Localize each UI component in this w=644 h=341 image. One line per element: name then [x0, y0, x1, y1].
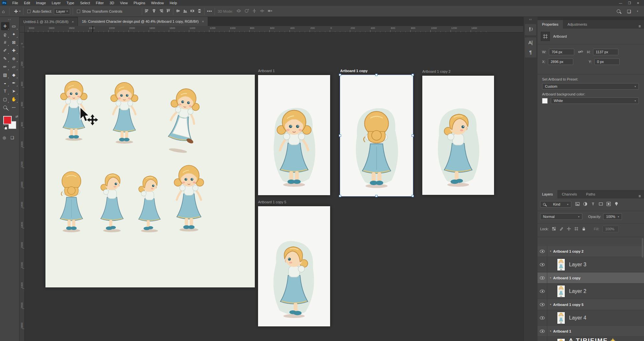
layer-thumbnail[interactable] — [557, 338, 565, 341]
layer-thumbnail[interactable] — [557, 285, 565, 297]
drag-3d-icon[interactable] — [252, 8, 257, 14]
shape-layer-filter-icon[interactable] — [599, 202, 603, 207]
artboard-label[interactable]: Artboard 1 copy 2 — [422, 69, 451, 75]
menu-window[interactable]: Window — [148, 1, 167, 5]
document-tab-2[interactable]: 16- Consistent Character design.psd @ 40… — [78, 17, 208, 26]
menu-layer[interactable]: Layer — [49, 1, 64, 5]
visibility-toggle[interactable] — [538, 337, 547, 341]
chevron-down-icon[interactable]: ▾ — [637, 10, 638, 13]
layer-row[interactable]: Layer 2 — [538, 284, 644, 299]
workspace-icon[interactable]: ❏ — [625, 9, 633, 14]
layer-group-row[interactable]: ▾Artboard 1 copy — [538, 272, 644, 284]
auto-select-checkbox[interactable] — [27, 10, 31, 13]
show-transform-checkbox[interactable] — [77, 10, 80, 13]
opacity-field[interactable]: 100%▾ — [603, 213, 622, 220]
height-field[interactable]: 1137 px — [593, 49, 618, 55]
visibility-toggle[interactable] — [538, 272, 547, 283]
lock-paint-icon[interactable] — [559, 227, 564, 232]
distribute-h-icon[interactable] — [190, 9, 194, 14]
swap-colors-icon[interactable]: ⇄ — [16, 115, 18, 118]
x-field[interactable]: 2896 px — [548, 58, 573, 65]
path-selection-tool[interactable]: ➤ — [10, 87, 18, 95]
gradient-tool[interactable]: ▧ — [1, 71, 9, 79]
layers-tab-paths[interactable]: Paths — [582, 190, 600, 198]
zoom-tool[interactable] — [1, 103, 9, 111]
close-button[interactable]: ✕ — [637, 1, 639, 5]
visibility-toggle[interactable] — [538, 246, 547, 257]
artboard-ab1copy5[interactable] — [258, 206, 330, 326]
menu-help[interactable]: Help — [167, 1, 180, 5]
blend-mode-dropdown[interactable]: Normal▾ — [540, 213, 582, 220]
hand-tool[interactable]: ✋ — [10, 95, 18, 103]
layers-tab-layers[interactable]: Layers — [538, 190, 557, 198]
menu-select[interactable]: Select — [77, 1, 93, 5]
collapse-panels-icon[interactable]: ‹‹ — [524, 17, 538, 22]
character-panel-icon[interactable]: A| — [528, 40, 533, 45]
layers-tab-channels[interactable]: Channels — [557, 190, 581, 198]
minimize-button[interactable]: — — [619, 1, 622, 5]
lasso-tool[interactable]: ϱ — [1, 30, 9, 38]
layer-group-row[interactable]: ▾Artboard 1 copy 2 — [538, 246, 644, 257]
roll-3d-icon[interactable] — [244, 8, 249, 14]
layer-thumbnail[interactable] — [557, 312, 565, 324]
eyedropper-tool[interactable]: ✐ — [1, 46, 9, 55]
close-tab-icon[interactable]: × — [202, 19, 204, 23]
chevron-down-icon[interactable]: ▾ — [19, 10, 20, 13]
home-icon[interactable]: ⌂ — [0, 9, 6, 14]
auto-select-target-dropdown[interactable]: Layer▾ — [54, 8, 70, 15]
align-center-icon[interactable] — [152, 9, 156, 14]
artboard-ab1[interactable] — [258, 75, 330, 195]
vertical-ruler[interactable]: 0200400600800100012001400160018002000220… — [19, 32, 25, 341]
width-field[interactable]: 704 px — [549, 49, 574, 55]
orbit-3d-icon[interactable] — [236, 8, 241, 14]
clone-stamp-tool[interactable]: ⊕ — [10, 55, 18, 63]
quick-mask-button[interactable]: ◎ — [3, 135, 6, 140]
more-tools[interactable]: ••• — [10, 103, 18, 111]
artboard-bg-swatch[interactable] — [542, 98, 548, 104]
align-left-icon[interactable] — [145, 9, 149, 14]
healing-brush-tool[interactable]: ✚ — [10, 46, 18, 55]
visibility-toggle[interactable] — [538, 326, 547, 336]
pixel-layer-filter-icon[interactable] — [575, 202, 580, 207]
layer-group-row[interactable]: ▾Artboard 1 copy 5 — [538, 299, 644, 310]
layer-row[interactable]: Layer 4 — [538, 310, 644, 326]
type-tool[interactable]: T — [1, 87, 9, 95]
smart-object-filter-icon[interactable] — [606, 202, 611, 207]
distribute-v-icon[interactable] — [197, 9, 202, 14]
search-icon[interactable] — [617, 9, 620, 13]
filter-switch-icon[interactable] — [614, 202, 619, 207]
crop-tool[interactable]: # — [1, 38, 9, 46]
menu-view[interactable]: View — [117, 1, 131, 5]
move-tool[interactable]: ✛ — [1, 22, 9, 30]
expand-chevron-icon[interactable]: ▾ — [550, 330, 551, 333]
artboard-ab1copy2[interactable] — [422, 76, 494, 195]
mixer-brush-tool[interactable]: ✏ — [1, 63, 9, 71]
layers-scrollbar[interactable] — [642, 238, 643, 258]
artboard-label[interactable]: Artboard 1 — [258, 69, 275, 74]
canvas[interactable]: Artboard 1Artboard 1 copyArtboard 1 copy… — [25, 32, 523, 341]
ruler-corner[interactable] — [19, 26, 25, 32]
type-layer-filter-icon[interactable]: T — [591, 202, 595, 207]
menu-plugins[interactable]: Plugins — [130, 1, 148, 5]
foreground-color-swatch[interactable] — [3, 116, 12, 124]
artboard-ab1copy[interactable] — [340, 75, 413, 196]
distribute-bottom-icon[interactable] — [183, 9, 187, 14]
visibility-toggle[interactable] — [538, 299, 547, 310]
layer-thumbnail[interactable] — [557, 259, 565, 271]
rectangle-tool[interactable]: ▢ — [1, 95, 9, 103]
screen-mode-button[interactable]: ❑ — [10, 135, 14, 140]
brushes-panel-icon[interactable] — [528, 27, 533, 33]
horizontal-ruler[interactable]: 3000280026002400220020001800160014001200… — [25, 26, 523, 32]
align-right-icon[interactable] — [159, 9, 163, 14]
properties-tab-properties[interactable]: Properties — [538, 20, 563, 29]
lock-transparency-icon[interactable] — [552, 227, 556, 232]
preset-dropdown[interactable]: Custom▾ — [542, 83, 639, 90]
artboard-sheet[interactable] — [45, 75, 255, 287]
dodge-tool[interactable]: ◒ — [1, 79, 9, 87]
properties-menu-icon[interactable]: ≡ — [638, 24, 644, 29]
default-colors-icon[interactable] — [3, 126, 7, 130]
eraser-tool[interactable]: ▱ — [10, 63, 18, 71]
marquee-tool[interactable]: ▭ — [10, 22, 18, 30]
layer-group-row[interactable]: ▾Artboard 1 — [538, 326, 644, 337]
menu-file[interactable]: File — [9, 1, 21, 5]
